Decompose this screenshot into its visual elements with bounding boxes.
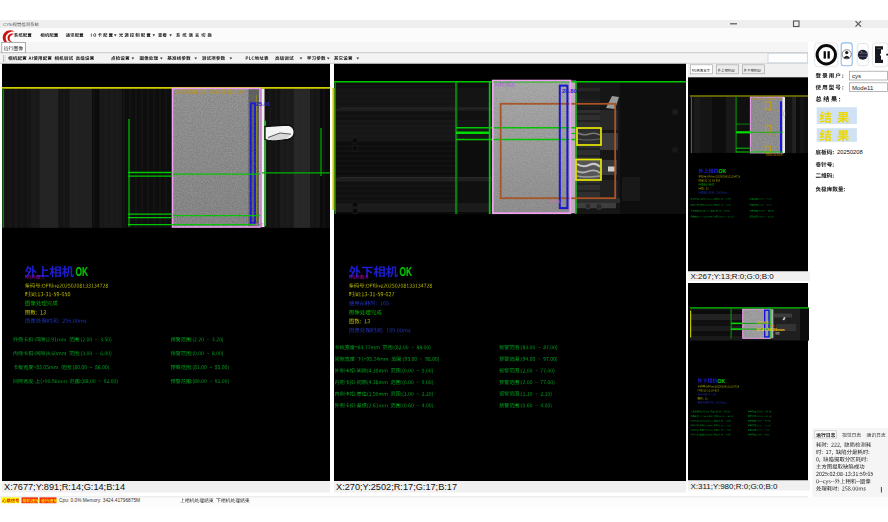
svg-text:OK: OK — [719, 168, 727, 174]
svg-text:83.05 90.56-R: 83.05 90.56-R — [766, 153, 783, 157]
svg-text:Cpu: 0.0% Memory: 3424.4179687: Cpu: 0.0% Memory: 3424.41796875M — [59, 498, 140, 503]
svg-text:X:311;Y:980;R:0;G:0;B:0: X:311;Y:980;R:0;G:0;B:0 — [691, 482, 779, 491]
svg-text:OK: OK — [76, 264, 89, 279]
svg-text:X:267;Y:13;R:0;G:0;B:0: X:267;Y:13;R:0;G:0;B:0 — [691, 272, 775, 281]
svg-text:mm: mm — [770, 325, 774, 328]
svg-text:cys: cys — [852, 73, 861, 79]
svg-text:25.46: 25.46 — [256, 101, 271, 107]
svg-text:OK: OK — [400, 264, 413, 279]
svg-text:1.1 4.1: 1.1 4.1 — [549, 200, 560, 204]
svg-text:OK: OK — [718, 378, 726, 384]
svg-text:X:270;Y:2502;R:17;G:17;B:17: X:270;Y:2502;R:17;G:17;B:17 — [336, 482, 457, 492]
svg-text:Mode11: Mode11 — [852, 85, 874, 91]
svg-text:28.80: 28.80 — [562, 88, 578, 94]
svg-text:20250208: 20250208 — [837, 149, 863, 155]
svg-text:L:83.7: L:83.7 — [252, 222, 264, 227]
svg-text:CYS-: CYS- — [3, 22, 14, 27]
svg-text:X:7677;Y:891;R:14;G:14;B:14: X:7677;Y:891;R:14;G:14;B:14 — [4, 482, 125, 492]
